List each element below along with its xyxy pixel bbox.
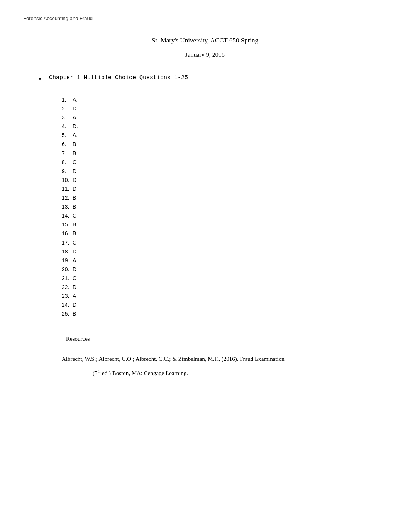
answer-number: 7. bbox=[62, 149, 73, 158]
answer-value: D bbox=[73, 168, 76, 174]
answer-item: 25.B bbox=[62, 309, 387, 318]
answer-item: 10.D bbox=[62, 176, 387, 185]
answer-value: D. bbox=[73, 123, 78, 129]
answer-item: 19.A bbox=[62, 256, 387, 265]
answer-number: 18. bbox=[62, 247, 73, 256]
answer-number: 8. bbox=[62, 158, 73, 167]
answer-number: 20. bbox=[62, 265, 73, 274]
answer-value: B bbox=[73, 311, 76, 317]
answer-item: 4.D. bbox=[62, 122, 387, 131]
answer-item: 24.D bbox=[62, 301, 387, 309]
answer-value: B bbox=[73, 221, 76, 228]
answer-item: 1.A. bbox=[62, 95, 387, 104]
answer-value: D bbox=[73, 177, 76, 183]
answer-value: C bbox=[73, 159, 76, 165]
resources-label: Resources bbox=[62, 334, 94, 344]
answer-item: 17.C bbox=[62, 238, 387, 247]
answer-value: D bbox=[73, 302, 76, 308]
answer-value: D bbox=[73, 284, 76, 290]
answer-value: D bbox=[73, 266, 76, 272]
answer-value: D bbox=[73, 248, 76, 255]
answer-value: A. bbox=[73, 97, 78, 103]
answer-item: 21.C bbox=[62, 274, 387, 283]
answer-item: 12.B bbox=[62, 194, 387, 202]
answer-item: 15.B bbox=[62, 220, 387, 229]
answer-item: 23.A bbox=[62, 292, 387, 301]
answer-item: 3.A. bbox=[62, 113, 387, 122]
date-line: January 9, 2016 bbox=[23, 51, 387, 58]
answer-number: 1. bbox=[62, 95, 73, 104]
answer-value: C bbox=[73, 275, 76, 281]
bullet-text: Chapter 1 Multiple Choice Questions 1-25 bbox=[49, 74, 188, 82]
reference-line2: (5th ed.) Boston, MA: Cengage Learning. bbox=[93, 369, 387, 377]
answer-value: B bbox=[73, 150, 76, 156]
resources-section: Resources Albrecht, W.S.; Albrecht, C.O.… bbox=[62, 334, 387, 377]
answer-item: 2.D. bbox=[62, 104, 387, 113]
answer-number: 24. bbox=[62, 301, 73, 309]
answer-number: 10. bbox=[62, 176, 73, 185]
answer-item: 9.D bbox=[62, 167, 387, 176]
answer-value: C bbox=[73, 240, 76, 246]
answer-value: B bbox=[73, 141, 76, 147]
answer-item: 22.D bbox=[62, 283, 387, 292]
answer-value: C bbox=[73, 212, 76, 219]
answer-number: 13. bbox=[62, 202, 73, 211]
answer-number: 15. bbox=[62, 220, 73, 229]
edition-superscript: th bbox=[98, 369, 101, 374]
answer-number: 11. bbox=[62, 185, 73, 194]
answer-number: 22. bbox=[62, 283, 73, 292]
answer-number: 12. bbox=[62, 194, 73, 202]
answer-number: 17. bbox=[62, 238, 73, 247]
answer-number: 6. bbox=[62, 140, 73, 149]
answer-value: A. bbox=[73, 132, 78, 138]
answer-item: 7.B bbox=[62, 149, 387, 158]
answer-value: B bbox=[73, 195, 76, 201]
answers-section: 1.A.2.D.3.A.4.D.5.A.6.B7.B8.C9.D10.D11.D… bbox=[62, 95, 387, 318]
answer-value: B bbox=[73, 204, 76, 210]
answer-value: D bbox=[73, 186, 76, 192]
answer-value: A. bbox=[73, 114, 78, 121]
university-title: St. Mary's University, ACCT 650 Spring bbox=[23, 37, 387, 44]
answer-item: 6.B bbox=[62, 140, 387, 149]
header-tag: Forensic Accounting and Fraud bbox=[23, 15, 387, 21]
answer-number: 5. bbox=[62, 131, 73, 140]
answer-number: 4. bbox=[62, 122, 73, 131]
answer-value: D. bbox=[73, 105, 78, 112]
answer-value: A bbox=[73, 257, 76, 263]
bullet-section: • Chapter 1 Multiple Choice Questions 1-… bbox=[39, 74, 387, 84]
answer-item: 5.A. bbox=[62, 131, 387, 140]
answer-value: A bbox=[73, 293, 76, 299]
answer-number: 23. bbox=[62, 292, 73, 301]
answer-value: B bbox=[73, 230, 76, 236]
answer-number: 19. bbox=[62, 256, 73, 265]
answer-item: 16.B bbox=[62, 229, 387, 238]
answer-number: 2. bbox=[62, 104, 73, 113]
answer-item: 8.C bbox=[62, 158, 387, 167]
answer-number: 16. bbox=[62, 229, 73, 238]
answer-number: 21. bbox=[62, 274, 73, 283]
answer-number: 25. bbox=[62, 309, 73, 318]
answer-item: 11.D bbox=[62, 185, 387, 194]
answer-number: 14. bbox=[62, 211, 73, 220]
answer-number: 9. bbox=[62, 167, 73, 176]
reference-line1: Albrecht, W.S.; Albrecht, C.O.; Albrecht… bbox=[62, 356, 387, 362]
bullet-dot: • bbox=[39, 74, 41, 84]
answer-number: 3. bbox=[62, 113, 73, 122]
answer-item: 20.D bbox=[62, 265, 387, 274]
answer-item: 18.D bbox=[62, 247, 387, 256]
answer-item: 13.B bbox=[62, 202, 387, 211]
answer-item: 14.C bbox=[62, 211, 387, 220]
